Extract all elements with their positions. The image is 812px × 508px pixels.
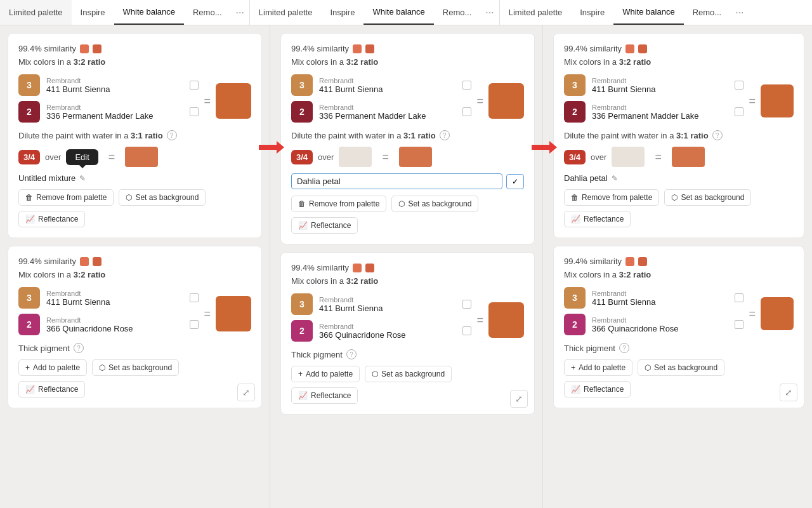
info-icon-3-2[interactable]: ? bbox=[619, 343, 629, 353]
pencil-icon-3-1[interactable]: ✎ bbox=[612, 174, 618, 183]
set-as-background-btn-1-2[interactable]: ⬡ Set as background bbox=[92, 359, 179, 376]
add-to-palette-btn-3-2[interactable]: + Add to palette bbox=[564, 359, 632, 376]
reflectance-btn-1-2[interactable]: 📈 Reflectance bbox=[18, 381, 85, 398]
add-to-palette-btn-1-2[interactable]: + Add to palette bbox=[18, 359, 87, 376]
paint-info-2-2-b: Rembrandt 366 Quinacridone Rose bbox=[319, 323, 456, 340]
tab-remo-3[interactable]: Remo... bbox=[684, 0, 731, 25]
reflectance-btn-2-2[interactable]: 📈 Reflectance bbox=[291, 387, 358, 404]
paint-stack-1-2: 3 Rembrandt 411 Burnt Sienna 2 Rembrandt bbox=[18, 287, 199, 340]
card-1-2: 99.4% similarity Mix colors in a 3:2 rat… bbox=[8, 246, 262, 408]
tab-more-2[interactable]: ··· bbox=[480, 0, 499, 25]
tab-limited-palette-1[interactable]: Limited palette bbox=[0, 0, 72, 25]
paint-name-3-2-a: 411 Burnt Sienna bbox=[592, 297, 728, 307]
paint-checkbox-2-2-a[interactable] bbox=[462, 300, 471, 309]
set-as-background-btn-2-2[interactable]: ⬡ Set as background bbox=[365, 366, 452, 382]
tab-white-balance-3[interactable]: White balance bbox=[613, 0, 683, 25]
tab-more-3[interactable]: ··· bbox=[730, 0, 749, 25]
paint-info-1-1-a: Rembrandt 411 Burnt Sienna bbox=[46, 77, 183, 94]
paint-checkbox-2-1-a[interactable] bbox=[462, 81, 471, 90]
paint-row-3-1-a: 3 Rembrandt 411 Burnt Sienna bbox=[564, 74, 743, 96]
card-2-2: 99.4% similarity Mix colors in a 3:2 rat… bbox=[280, 252, 535, 415]
result-swatch-1-1 bbox=[216, 83, 251, 119]
paint-checkbox-1-2-b[interactable] bbox=[190, 320, 199, 329]
set-as-background-btn-2-1[interactable]: ⬡ Set as background bbox=[391, 196, 478, 212]
remove-from-palette-btn-1-1[interactable]: 🗑 Remove from palette bbox=[18, 189, 114, 206]
thick-pigment-1-2: Thick pigment bbox=[18, 344, 70, 353]
remove-from-palette-btn-2-1[interactable]: 🗑 Remove from palette bbox=[291, 196, 386, 212]
tab-inspire-2[interactable]: Inspire bbox=[321, 0, 363, 25]
reflectance-btn-1-1[interactable]: 📈 Reflectance bbox=[18, 211, 85, 227]
reflectance-btn-3-2[interactable]: 📈 Reflectance bbox=[564, 381, 631, 398]
over-text-2-1: over bbox=[318, 152, 334, 162]
paint-result-row-2-2: 3 Rembrandt 411 Burnt Sienna 2 Rembrandt bbox=[291, 293, 524, 347]
remove-from-palette-btn-3-1[interactable]: 🗑 Remove from palette bbox=[564, 189, 659, 206]
paint-name-1-2-b: 366 Quinacridone Rose bbox=[46, 324, 183, 333]
color-dot-1-2-a bbox=[80, 257, 89, 266]
color-dot-1-2-b bbox=[93, 257, 102, 266]
mixture-name-1-1: Untitled mixture bbox=[18, 173, 75, 183]
paint-badge-1-1-a: 3 bbox=[18, 74, 40, 96]
expand-btn-1-2[interactable]: ⤢ bbox=[237, 384, 255, 401]
result-swatch-2-2 bbox=[488, 302, 524, 338]
similarity-row-1-1: 99.4% similarity bbox=[18, 44, 251, 53]
background-icon-3-1: ⬡ bbox=[671, 193, 678, 202]
info-icon-1-2[interactable]: ? bbox=[74, 343, 84, 353]
paint-checkbox-1-2-a[interactable] bbox=[190, 293, 199, 302]
background-icon-1-2: ⬡ bbox=[99, 363, 105, 372]
paint-checkbox-1-1-b[interactable] bbox=[190, 107, 199, 116]
paint-row-3-1-b: 2 Rembrandt 336 Permanent Madder Lake bbox=[564, 101, 743, 123]
info-icon-2-1[interactable]: ? bbox=[440, 130, 450, 140]
column-3: 99.4% similarity Mix colors in a 3:2 rat… bbox=[546, 25, 812, 508]
dilute-text-2-1: Dilute the paint with water in a 3:1 rat… bbox=[291, 131, 436, 140]
paint-name-3-2-b: 366 Quinacridone Rose bbox=[592, 324, 728, 333]
tab-white-balance-2[interactable]: White balance bbox=[363, 0, 433, 25]
info-icon-3-1[interactable]: ? bbox=[712, 130, 723, 140]
paint-checkbox-3-2-b[interactable] bbox=[735, 320, 743, 329]
paint-row-1-2-a: 3 Rembrandt 411 Burnt Sienna bbox=[18, 287, 199, 309]
trash-icon-2-1: 🗑 bbox=[298, 199, 306, 208]
tab-remo-1[interactable]: Remo... bbox=[184, 0, 231, 25]
equals-water-2-1: = bbox=[382, 150, 389, 164]
paint-checkbox-3-1-a[interactable] bbox=[735, 81, 743, 90]
equals-water-1-1: = bbox=[108, 150, 115, 164]
paint-checkbox-2-2-b[interactable] bbox=[462, 326, 471, 335]
tab-remo-2[interactable]: Remo... bbox=[434, 0, 481, 25]
tab-more-1[interactable]: ··· bbox=[231, 0, 249, 25]
tab-inspire-1[interactable]: Inspire bbox=[72, 0, 114, 25]
paint-result-row-2-1: 3 Rembrandt 411 Burnt Sienna 2 Rembrandt bbox=[291, 74, 524, 128]
info-icon-1-1[interactable]: ? bbox=[167, 130, 177, 140]
arrow-2-3 bbox=[532, 25, 557, 508]
plus-icon-3-2: + bbox=[571, 363, 575, 372]
tab-limited-palette-3[interactable]: Limited palette bbox=[500, 0, 572, 25]
tab-white-balance-1[interactable]: White balance bbox=[114, 0, 184, 25]
color-dot-2-2-b bbox=[365, 264, 374, 272]
edit-tooltip[interactable]: Edit bbox=[66, 149, 98, 165]
set-as-background-btn-1-1[interactable]: ⬡ Set as background bbox=[119, 189, 206, 206]
info-icon-2-2[interactable]: ? bbox=[346, 349, 357, 359]
expand-btn-2-2[interactable]: ⤢ bbox=[510, 390, 528, 408]
set-as-background-btn-3-2[interactable]: ⬡ Set as background bbox=[638, 359, 724, 376]
expand-btn-3-2[interactable]: ⤢ bbox=[780, 384, 797, 401]
result-swatch-3-1 bbox=[761, 84, 794, 117]
pencil-icon-1-1[interactable]: ✎ bbox=[79, 174, 86, 183]
confirm-name-btn-2-1[interactable]: ✓ bbox=[506, 174, 524, 189]
equals-3-2: = bbox=[749, 307, 756, 321]
paint-info-3-2-b: Rembrandt 366 Quinacridone Rose bbox=[592, 316, 728, 333]
name-input-row-2-1: ✓ bbox=[291, 173, 524, 189]
add-to-palette-btn-2-2[interactable]: + Add to palette bbox=[291, 366, 360, 382]
tab-limited-palette-2[interactable]: Limited palette bbox=[250, 0, 322, 25]
set-as-background-btn-3-1[interactable]: ⬡ Set as background bbox=[664, 189, 751, 206]
paint-checkbox-2-1-b[interactable] bbox=[462, 107, 471, 116]
mixture-name-input-2-1[interactable] bbox=[291, 173, 502, 189]
tab-inspire-3[interactable]: Inspire bbox=[571, 0, 613, 25]
paint-checkbox-3-1-b[interactable] bbox=[735, 107, 743, 116]
paint-badge-2-2-b: 2 bbox=[291, 320, 313, 342]
paint-badge-2-1-a: 3 bbox=[291, 74, 313, 96]
reflectance-btn-3-1[interactable]: 📈 Reflectance bbox=[564, 211, 631, 227]
paint-checkbox-3-2-a[interactable] bbox=[735, 293, 743, 302]
reflectance-btn-2-1[interactable]: 📈 Reflectance bbox=[291, 217, 358, 234]
paint-name-2-2-b: 366 Quinacridone Rose bbox=[319, 330, 456, 340]
background-icon-1-1: ⬡ bbox=[126, 193, 132, 202]
paint-checkbox-1-1-a[interactable] bbox=[190, 81, 199, 90]
color-dot-2-1-b bbox=[365, 44, 374, 53]
